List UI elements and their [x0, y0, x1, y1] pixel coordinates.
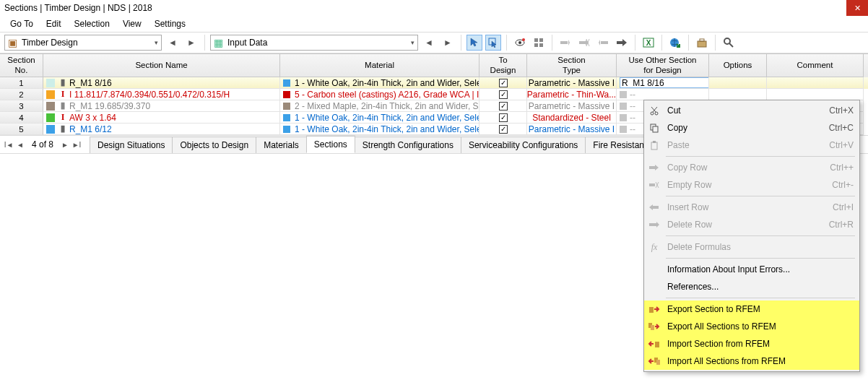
col-name[interactable]: Section Name [43, 54, 280, 77]
to-design-cell[interactable]: ✓ [479, 77, 527, 89]
tab-materials[interactable]: Materials [256, 137, 307, 153]
nav-next-button[interactable]: ► [183, 35, 199, 51]
table-row[interactable]: 2II 11.811/7.874/0.394/0.551/0.472/0.315… [0, 89, 868, 100]
material-cell[interactable]: 1 - White Oak, 2in-4in Thick, 2in and Wi… [280, 124, 479, 135]
page-dropdown[interactable]: ▦ Input Data ▾ [210, 35, 418, 51]
menu-goto[interactable]: Go To [4, 17, 39, 30]
to-design-cell[interactable]: ✓ [479, 112, 527, 124]
menu-copy-row[interactable]: Copy Row Ctrl++ [644, 159, 859, 176]
menu-paste[interactable]: Paste Ctrl+V [644, 137, 859, 154]
select-tool-2[interactable] [485, 35, 501, 51]
section-name-cell[interactable]: ▮R_M1 6/12 [43, 124, 280, 135]
comment-cell[interactable] [767, 89, 864, 100]
svg-rect-26 [653, 126, 658, 132]
tab-serviceability-config[interactable]: Serviceability Configurations [461, 137, 586, 153]
nav-prev-button[interactable]: ◄ [165, 35, 181, 51]
row-add-button[interactable] [557, 35, 573, 51]
col-comment[interactable]: Comment [767, 54, 864, 77]
svg-rect-40 [656, 360, 660, 365]
use-other-cell[interactable]: ▾…▸ [617, 77, 709, 89]
col-type[interactable]: Section Type [527, 54, 617, 77]
module-dropdown[interactable]: ▣ Timber Design ▾ [4, 35, 162, 51]
section-type-cell[interactable]: Parametric - Thin-Wa... [527, 89, 617, 100]
excel-button[interactable]: X [641, 35, 656, 51]
material-cell[interactable]: 1 - White Oak, 2in-4in Thick, 2in and Wi… [280, 112, 479, 124]
col-material[interactable]: Material [280, 54, 479, 77]
svg-rect-27 [651, 142, 657, 150]
menu-references[interactable]: References... [644, 278, 859, 295]
options-cell[interactable] [709, 77, 767, 89]
menu-edit[interactable]: Edit [40, 17, 67, 30]
use-other-cell[interactable]: -- [617, 89, 709, 100]
menu-delete-formulas[interactable]: fx Delete Formulas [644, 238, 859, 256]
material-cell[interactable]: 2 - Mixed Maple, 2in-4in Thick, 2in and … [280, 100, 479, 112]
row-number[interactable]: 3 [0, 100, 43, 112]
comment-cell[interactable] [767, 77, 864, 89]
material-cell[interactable]: 1 - White Oak, 2in-4in Thick, 2in and Wi… [280, 77, 479, 89]
to-design-cell[interactable]: ✓ [479, 89, 527, 100]
pager-prev[interactable]: ◄ [14, 138, 26, 151]
section-name-cell[interactable]: II 11.811/7.874/0.394/0.551/0.472/0.315/… [43, 89, 280, 100]
menu-empty-row[interactable]: Empty Row Ctrl+- [644, 176, 859, 194]
section-name-cell[interactable]: ▮R_M1 8/16 [43, 77, 280, 89]
to-design-checkbox[interactable]: ✓ [499, 113, 508, 122]
to-design-cell[interactable]: ✓ [479, 100, 527, 112]
menu-delete-row[interactable]: Delete Row Ctrl+R [644, 216, 859, 233]
menu-import-section[interactable]: Import Section from RFEM [644, 335, 859, 352]
row-number[interactable]: 5 [0, 124, 43, 135]
section-type-cell[interactable]: Parametric - Massive I [527, 124, 617, 135]
tab-design-situations[interactable]: Design Situations [90, 137, 173, 153]
pager-last[interactable]: ►І [71, 138, 82, 151]
row-func-button[interactable] [614, 35, 630, 51]
material-cell[interactable]: 5 - Carbon steel (castings) A216, Grade … [280, 89, 479, 100]
section-type-cell[interactable]: Parametric - Massive I [527, 100, 617, 112]
search-button[interactable] [721, 35, 737, 51]
row-number[interactable]: 4 [0, 112, 43, 124]
col-options[interactable]: Options [709, 54, 767, 77]
section-name-cell[interactable]: IAW 3 x 1.64 [43, 112, 280, 124]
menu-import-all-sections[interactable]: Import All Sections from RFEM [644, 352, 859, 370]
grid-button[interactable] [531, 35, 547, 51]
col-todesign[interactable]: To Design [479, 54, 527, 77]
menu-export-section[interactable]: Export Section to RFEM [644, 300, 859, 318]
tab-objects-to-design[interactable]: Objects to Design [172, 137, 256, 153]
to-design-checkbox[interactable]: ✓ [499, 102, 508, 111]
pager-first[interactable]: І◄ [3, 138, 14, 151]
menu-view[interactable]: View [117, 17, 147, 30]
menu-selection[interactable]: Selection [69, 17, 116, 30]
col-use[interactable]: Use Other Section for Design [617, 54, 709, 77]
globe-button[interactable] [667, 35, 683, 51]
menu-info-errors[interactable]: Information About Input Errors... [644, 261, 859, 278]
toolbox-button[interactable] [694, 35, 710, 51]
page-prev-button[interactable]: ◄ [421, 35, 437, 51]
section-type-cell[interactable]: Parametric - Massive I [527, 77, 617, 89]
eye-button[interactable] [512, 35, 528, 51]
table-row[interactable]: 1▮R_M1 8/161 - White Oak, 2in-4in Thick,… [0, 77, 868, 89]
menu-cut[interactable]: Cut Ctrl+X [644, 102, 859, 119]
svg-rect-8 [560, 41, 568, 44]
section-type-cell[interactable]: Standardized - Steel [527, 112, 617, 124]
row-number[interactable]: 2 [0, 89, 43, 100]
to-design-checkbox[interactable]: ✓ [499, 125, 508, 134]
row-number[interactable]: 1 [0, 77, 43, 89]
menu-copy[interactable]: Copy Ctrl+C [644, 119, 859, 137]
row-del-button[interactable] [576, 35, 592, 51]
to-design-cell[interactable]: ✓ [479, 124, 527, 135]
section-name-cell[interactable]: ▮R_M1 19.685/39.370 [43, 100, 280, 112]
select-tool-1[interactable] [466, 35, 482, 51]
tab-strength-config[interactable]: Strength Configurations [355, 137, 461, 153]
menu-insert-row[interactable]: Insert Row Ctrl+I [644, 199, 859, 216]
options-cell[interactable] [709, 89, 767, 100]
col-no[interactable]: Section No. [0, 54, 43, 77]
tab-sections[interactable]: Sections [306, 136, 355, 153]
to-design-checkbox[interactable]: ✓ [499, 90, 508, 99]
page-next-button[interactable]: ► [440, 35, 456, 51]
pager-next[interactable]: ► [59, 138, 71, 151]
to-design-checkbox[interactable]: ✓ [499, 79, 508, 87]
use-other-value: -- [630, 90, 635, 100]
menu-settings[interactable]: Settings [149, 17, 191, 30]
use-other-input[interactable] [620, 77, 709, 88]
menu-export-all-sections[interactable]: Export All Sections to RFEM [644, 318, 859, 335]
close-button[interactable]: ✕ [846, 0, 868, 16]
row-ins-button[interactable] [595, 35, 611, 51]
